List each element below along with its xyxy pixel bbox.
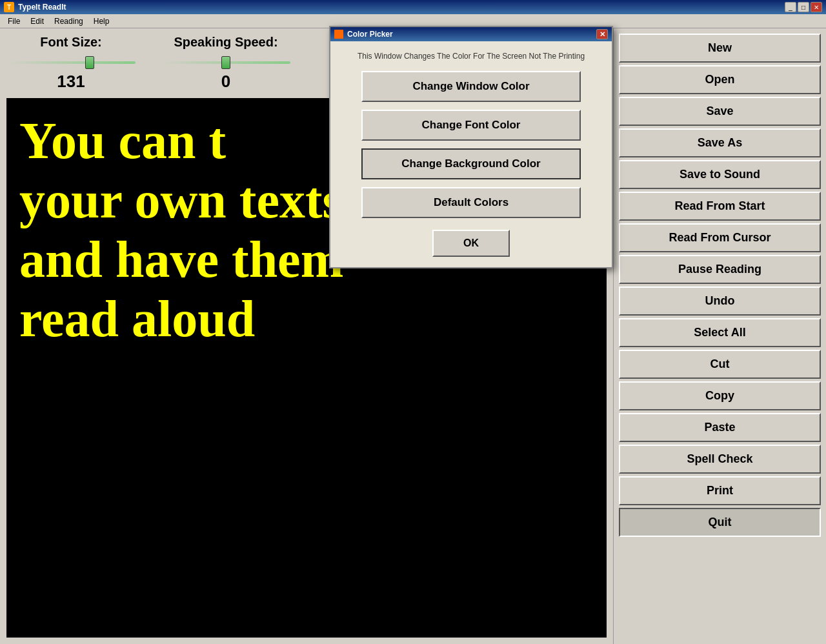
dialog-subtitle: This Window Changes The Color For The Sc… bbox=[358, 52, 585, 61]
dialog-title-bar: Color Picker ✕ bbox=[330, 27, 612, 41]
default-colors-button[interactable]: Default Colors bbox=[361, 187, 581, 218]
color-picker-dialog: Color Picker ✕ This Window Changes The C… bbox=[329, 26, 613, 268]
dialog-body: This Window Changes The Color For The Sc… bbox=[330, 41, 612, 267]
change-font-color-button[interactable]: Change Font Color bbox=[361, 110, 581, 141]
modal-overlay: Color Picker ✕ This Window Changes The C… bbox=[0, 0, 826, 644]
dialog-icon bbox=[334, 30, 343, 39]
change-background-color-button[interactable]: Change Background Color bbox=[361, 148, 581, 179]
dialog-close-button[interactable]: ✕ bbox=[596, 29, 608, 39]
dialog-title: Color Picker bbox=[347, 30, 393, 39]
dialog-ok-button[interactable]: OK bbox=[432, 230, 510, 257]
change-window-color-button[interactable]: Change Window Color bbox=[361, 71, 581, 102]
dialog-title-left: Color Picker bbox=[334, 30, 393, 39]
